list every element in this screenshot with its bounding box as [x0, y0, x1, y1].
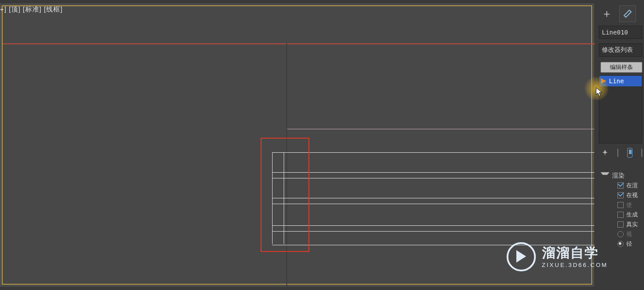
guide-line-1 — [287, 129, 594, 129]
edit-spline-button[interactable]: 编辑样条 — [601, 62, 642, 73]
checkbox-use[interactable] — [617, 202, 624, 208]
create-tab-icon[interactable]: + — [599, 6, 615, 22]
option-row-2[interactable]: 在视 — [599, 190, 642, 200]
rollout-caret-icon — [601, 172, 609, 179]
radio-view — [617, 231, 624, 237]
checkbox-enable-in-viewport[interactable] — [617, 192, 624, 198]
spline-rows — [272, 152, 594, 245]
modifier-list-label: 修改器列表 — [602, 46, 633, 54]
stack-toolbar — [599, 147, 642, 159]
object-name-field[interactable]: Line010 — [599, 26, 642, 39]
option-label-4: 生成 — [626, 211, 638, 219]
checkbox-real[interactable] — [617, 221, 624, 228]
command-panel: + Line010 修改器列表 编辑样条 Line — [596, 4, 644, 290]
modifier-list-dropdown[interactable]: 修改器列表 — [599, 43, 642, 57]
toolbar-divider-2 — [641, 149, 642, 157]
toolbar-divider — [617, 149, 618, 157]
selection-rectangle — [261, 138, 309, 252]
option-label-1: 在渲 — [626, 182, 638, 189]
command-panel-tabs: + — [596, 4, 644, 24]
render-rollout-header[interactable]: 渲染 — [599, 171, 642, 181]
render-rollout-title: 渲染 — [612, 172, 624, 180]
stack-item-line[interactable]: Line — [599, 76, 642, 86]
option-label-3: 使 — [626, 201, 632, 209]
option-row-5[interactable]: 真实 — [599, 220, 642, 229]
checkbox-generate[interactable] — [617, 212, 624, 218]
option-label-2: 在视 — [626, 191, 638, 199]
option-row-7[interactable]: 径 — [599, 239, 642, 249]
pin-stack-icon[interactable] — [601, 149, 609, 156]
expand-arrow-icon[interactable] — [601, 78, 606, 84]
app-root: +] [顶] [标准] [线框] + Line010 修改器列表 编辑样条 Li… — [0, 0, 644, 290]
option-label-7: 径 — [626, 240, 632, 248]
viewport-label[interactable]: +] [顶] [标准] [线框] — [0, 5, 62, 14]
viewport[interactable] — [2, 5, 592, 285]
option-label-6: 视 — [626, 230, 632, 238]
scene-boundary-line — [3, 43, 595, 44]
option-row-3[interactable]: 使 — [599, 200, 642, 210]
checkbox-enable-in-renderer[interactable] — [617, 182, 624, 189]
modifier-stack[interactable]: Line — [599, 75, 642, 143]
edit-spline-label: 编辑样条 — [610, 63, 633, 71]
modify-tab-icon[interactable] — [619, 5, 636, 22]
option-row-6: 视 — [599, 229, 642, 239]
radio-radial[interactable] — [617, 241, 624, 247]
object-name-text: Line010 — [602, 29, 628, 36]
option-row-4[interactable]: 生成 — [599, 210, 642, 220]
render-rollout: 渲染 在渲 在视 使 生成 真实 — [599, 171, 642, 249]
option-label-5: 真实 — [626, 220, 638, 228]
stack-item-label: Line — [609, 77, 624, 85]
show-end-result-icon[interactable] — [627, 148, 633, 158]
viewport-frame — [0, 4, 594, 286]
option-row-1[interactable]: 在渲 — [599, 181, 642, 190]
